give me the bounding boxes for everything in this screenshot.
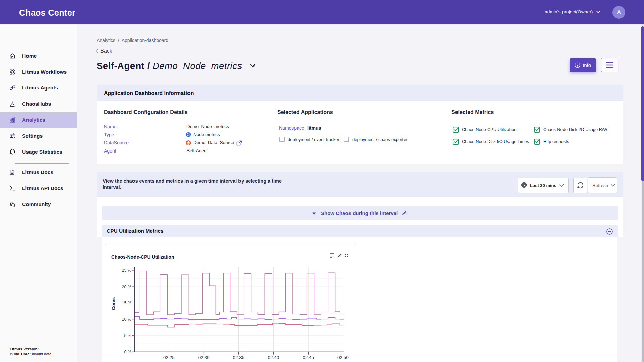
svg-text:0 %: 0 % [124,350,131,354]
svg-text:20 %: 20 % [122,285,132,289]
svg-text:02:50: 02:50 [337,355,349,360]
svg-text:5 %: 5 % [124,333,131,338]
svg-text:15 %: 15 % [122,301,132,305]
svg-text:25 %: 25 % [122,268,132,273]
svg-text:02:35: 02:35 [233,355,245,360]
svg-text:02:30: 02:30 [198,355,210,360]
svg-text:02:40: 02:40 [268,355,279,360]
svg-text:Cores: Cores [111,297,116,310]
svg-text:02:45: 02:45 [303,355,314,360]
svg-text:10 %: 10 % [122,317,132,322]
svg-text:02:25: 02:25 [163,355,175,360]
